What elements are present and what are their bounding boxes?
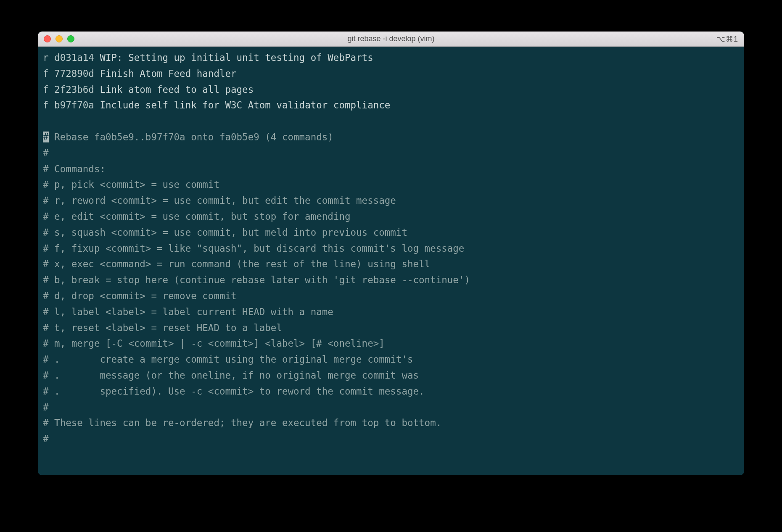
comment-line: # . specified). Use -c <commit> to rewor… (43, 386, 425, 397)
shortcut-badge: ⌥⌘1 (716, 34, 738, 44)
comment-line: # Commands: (43, 163, 106, 174)
comment-line: # r, reword <commit> = use commit, but e… (43, 195, 396, 206)
titlebar[interactable]: git rebase -i develop (vim) ⌥⌘1 (38, 32, 744, 47)
comment-line: # d, drop <commit> = remove commit (43, 290, 237, 301)
comment-line: # m, merge [-C <commit> | -c <commit>] <… (43, 338, 385, 349)
comment-line: # . message (or the oneline, if no origi… (43, 370, 419, 381)
comment-line: # (43, 147, 49, 158)
terminal-content[interactable]: r d031a14 WIP: Setting up initial unit t… (38, 47, 744, 475)
comment-line: # b, break = stop here (continue rebase … (43, 274, 470, 285)
window-title: git rebase -i develop (vim) (347, 34, 434, 43)
commit-line: f b97f70a Include self link for W3C Atom… (43, 100, 390, 111)
comment-line: # . create a merge commit using the orig… (43, 354, 413, 365)
minimize-icon[interactable] (55, 35, 63, 42)
cursor-line: # Rebase fa0b5e9..b97f70a onto fa0b5e9 (… (43, 132, 333, 142)
close-icon[interactable] (44, 35, 51, 42)
traffic-lights (44, 35, 74, 42)
comment-line: # p, pick <commit> = use commit (43, 179, 219, 190)
commit-line: f 2f23b6d Link atom feed to all pages (43, 84, 254, 95)
terminal-window: git rebase -i develop (vim) ⌥⌘1 r d031a1… (38, 32, 744, 475)
comment-line: # (43, 402, 49, 413)
comment-line: # s, squash <commit> = use commit, but m… (43, 227, 407, 238)
comment-line: # f, fixup <commit> = like "squash", but… (43, 243, 464, 254)
comment-line: # x, exec <command> = run command (the r… (43, 258, 430, 269)
comment-line: # These lines can be re-ordered; they ar… (43, 417, 441, 428)
comment-line: # e, edit <commit> = use commit, but sto… (43, 211, 351, 222)
comment-line: # t, reset <label> = reset HEAD to a lab… (43, 322, 282, 333)
comment-line: # (43, 433, 49, 444)
commit-line: r d031a14 WIP: Setting up initial unit t… (43, 52, 373, 63)
cursor: # (43, 132, 49, 142)
comment-line: # l, label <label> = label current HEAD … (43, 306, 333, 317)
commit-line: f 772890d Finish Atom Feed handler (43, 68, 237, 79)
maximize-icon[interactable] (67, 35, 74, 42)
